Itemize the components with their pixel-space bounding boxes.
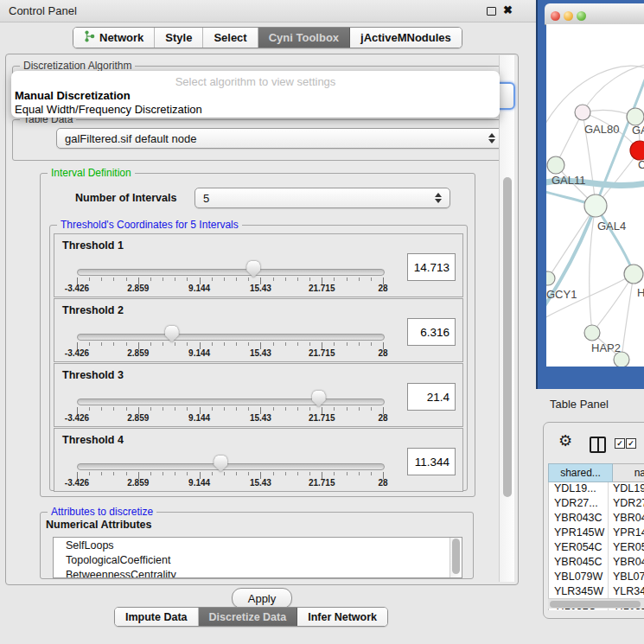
svg-text:GAL11: GAL11: [552, 174, 586, 187]
num-intervals-combobox[interactable]: 5: [194, 188, 450, 208]
dropdown-option-equal-width[interactable]: Equal Width/Frequency Discretization: [15, 103, 202, 116]
column-header-name[interactable]: na: [613, 463, 644, 482]
table-row[interactable]: YBL079WYBL079W: [549, 571, 644, 585]
attribute-item[interactable]: BetweennessCentrality: [54, 567, 462, 578]
close-traffic-light-icon[interactable]: [551, 11, 560, 21]
column-layout-icon[interactable]: [590, 437, 606, 453]
network-icon: [84, 30, 95, 45]
table-row[interactable]: YER054CYER054C: [549, 541, 644, 556]
checkbox-icon[interactable]: ✓: [626, 438, 636, 449]
attributes-list-scrollbar[interactable]: [450, 538, 462, 577]
threshold-3-slider-thumb[interactable]: [312, 391, 326, 407]
column-header-shared-name[interactable]: shared...: [548, 463, 613, 482]
combobox-arrows-icon: [488, 133, 495, 143]
numerical-attributes-header: Numerical Attributes: [46, 519, 151, 531]
tab-network-label: Network: [99, 31, 143, 44]
table-settings-gear-icon[interactable]: ⚙: [558, 433, 572, 449]
network-view-canvas[interactable]: GAL80GACGAL11GAL4GCY1HHAP2: [546, 24, 644, 367]
interval-definition-group: Interval Definition Number of Intervals …: [40, 173, 475, 497]
table-data-group: Table Data galFiltered.sif default node: [12, 119, 507, 161]
tab-select[interactable]: Select: [203, 28, 258, 48]
table-row[interactable]: YBR043CYBR043C: [549, 512, 644, 526]
threshold-1-slider-thumb[interactable]: [246, 261, 260, 277]
interval-definition-group-title: Interval Definition: [48, 167, 135, 179]
tab-network[interactable]: Network: [73, 28, 155, 48]
attribute-item[interactable]: TopologicalCoefficient: [54, 552, 462, 567]
attributes-group-title: Attributes to discretize: [48, 506, 156, 518]
panel-title: Control Panel: [9, 4, 77, 17]
table-row[interactable]: YDR27...YDR27: [549, 497, 644, 512]
cyni-mode-tabs: Impute Data Discretize Data Infer Networ…: [114, 607, 388, 627]
num-intervals-label: Number of Intervals: [75, 192, 176, 204]
threshold-3-value-field[interactable]: 21.4: [407, 383, 456, 411]
svg-text:GCY1: GCY1: [546, 288, 577, 301]
table-horizontal-scrollbar[interactable]: [548, 598, 644, 609]
attribute-item[interactable]: SelfLoops: [54, 538, 462, 552]
threshold-2-value-field[interactable]: 6.316: [407, 318, 456, 346]
network-window-titlebar: [545, 3, 644, 25]
numerical-attributes-list: SelfLoopsTopologicalCoefficientBetweenne…: [53, 537, 462, 578]
threshold-4-slider-thumb[interactable]: [214, 456, 227, 472]
zoom-traffic-light-icon[interactable]: [577, 11, 586, 21]
svg-text:GAL4: GAL4: [597, 220, 626, 233]
threshold-1-value-field[interactable]: 14.713: [407, 253, 456, 281]
table-data-selected-value: galFiltered.sif default node: [65, 132, 196, 145]
main-scrollbar-thumb[interactable]: [503, 177, 512, 497]
node-table-body[interactable]: YDL19...YDL19YDR27...YDR27YBR043CYBR043C…: [548, 482, 644, 610]
close-icon[interactable]: ✖: [503, 3, 513, 16]
float-window-icon[interactable]: [487, 7, 496, 16]
threshold-2-slider-thumb[interactable]: [165, 326, 179, 342]
tab-style[interactable]: Style: [155, 28, 203, 48]
svg-text:GA: GA: [632, 124, 644, 137]
threshold-1-panel: Threshold 1 -3.4262.8599.14415.4321.7152…: [54, 233, 463, 297]
threshold-4-panel: Threshold 4 -3.4262.8599.14415.4321.7152…: [54, 428, 463, 492]
tab-impute-data[interactable]: Impute Data: [115, 608, 199, 626]
threshold-3-panel: Threshold 3 -3.4262.8599.14415.4321.7152…: [54, 363, 463, 427]
screen: Control Panel ✖ Network Style Select Cyn…: [0, 0, 644, 644]
table-row[interactable]: YDL19...YDL19: [549, 482, 644, 497]
node-table-header: shared... na: [548, 463, 644, 482]
combobox-arrows-icon: [435, 193, 442, 203]
tab-cyni-toolbox[interactable]: Cyni Toolbox: [258, 28, 350, 48]
dropdown-placeholder-option[interactable]: Select algorithm to view settings: [11, 75, 500, 88]
main-scrollbar[interactable]: [499, 55, 514, 582]
svg-text:C: C: [638, 158, 644, 171]
minimize-traffic-light-icon[interactable]: [564, 11, 573, 21]
svg-text:H: H: [637, 286, 644, 299]
threshold-4-value-field[interactable]: 11.344: [407, 448, 456, 475]
tab-jactivemnodules[interactable]: jActiveMNodules: [350, 28, 462, 48]
thresholds-group-title: Threshold's Coordinates for 5 Intervals: [57, 219, 242, 231]
svg-text:HAP2: HAP2: [591, 341, 621, 354]
threshold-2-panel: Threshold 2 -3.4262.8599.14415.4321.7152…: [54, 298, 463, 362]
num-intervals-value: 5: [203, 192, 209, 205]
control-panel-tabs: Network Style Select Cyni Toolbox jActiv…: [73, 27, 462, 48]
table-row[interactable]: YPR145WYPR145W: [549, 526, 644, 541]
apply-button[interactable]: Apply: [232, 588, 292, 609]
dropdown-option-manual-discretization[interactable]: Manual Discretization: [15, 89, 131, 102]
svg-text:GAL80: GAL80: [584, 123, 619, 136]
table-row[interactable]: YBR045CYBR045C: [549, 556, 644, 571]
table-data-combobox[interactable]: galFiltered.sif default node: [56, 128, 504, 149]
control-panel-titlebar: Control Panel: [0, 0, 536, 22]
algorithm-dropdown-popup: Select algorithm to view settings Manual…: [11, 71, 500, 118]
checkbox-icon[interactable]: ✓: [615, 438, 625, 449]
table-panel-title: Table Panel: [550, 398, 609, 411]
tab-infer-network[interactable]: Infer Network: [297, 608, 387, 626]
thresholds-group: Threshold's Coordinates for 5 Intervals …: [49, 225, 468, 491]
tab-discretize-data[interactable]: Discretize Data: [199, 608, 298, 626]
attributes-group: Attributes to discretize Numerical Attri…: [40, 512, 474, 579]
discretization-algorithm-group-title: Discretization Algorithm: [20, 60, 135, 72]
